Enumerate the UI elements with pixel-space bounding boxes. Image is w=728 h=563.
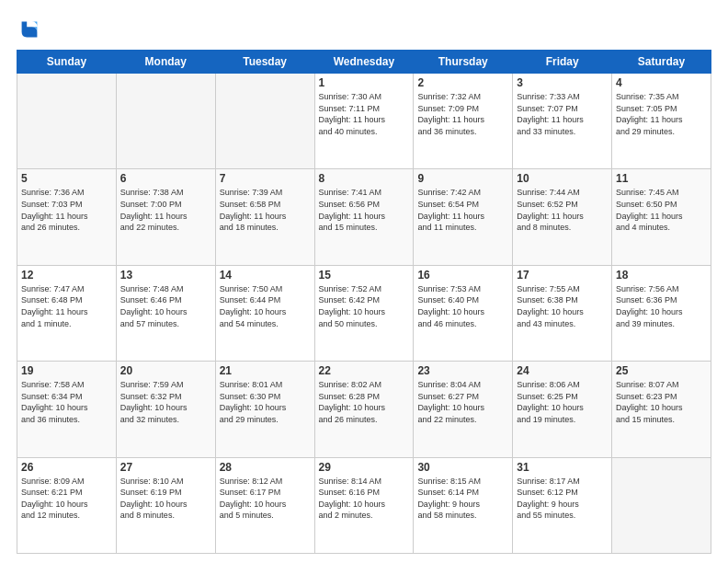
day-number: 2 — [417, 76, 508, 89]
day-number: 27 — [120, 461, 211, 474]
day-cell: 14Sunrise: 7:50 AM Sunset: 6:44 PM Dayli… — [215, 265, 314, 361]
week-row-2: 5Sunrise: 7:36 AM Sunset: 7:03 PM Daylig… — [17, 169, 711, 265]
day-number: 31 — [517, 461, 608, 474]
day-number: 10 — [517, 172, 608, 185]
day-cell: 3Sunrise: 7:33 AM Sunset: 7:07 PM Daylig… — [513, 74, 612, 169]
day-number: 23 — [417, 364, 508, 377]
day-cell: 30Sunrise: 8:15 AM Sunset: 6:14 PM Dayli… — [414, 457, 513, 553]
day-info: Sunrise: 7:35 AM Sunset: 7:05 PM Dayligh… — [616, 91, 707, 137]
day-info: Sunrise: 8:04 AM Sunset: 6:27 PM Dayligh… — [417, 379, 508, 425]
day-info: Sunrise: 8:02 AM Sunset: 6:28 PM Dayligh… — [319, 379, 410, 425]
day-number: 19 — [21, 364, 112, 377]
day-number: 28 — [220, 461, 311, 474]
day-info: Sunrise: 7:44 AM Sunset: 6:52 PM Dayligh… — [517, 187, 608, 233]
day-info: Sunrise: 8:09 AM Sunset: 6:21 PM Dayligh… — [21, 476, 112, 522]
day-info: Sunrise: 7:36 AM Sunset: 7:03 PM Dayligh… — [21, 187, 112, 233]
week-row-3: 12Sunrise: 7:47 AM Sunset: 6:48 PM Dayli… — [17, 265, 711, 361]
day-number: 7 — [220, 172, 311, 185]
day-info: Sunrise: 7:33 AM Sunset: 7:07 PM Dayligh… — [517, 91, 608, 137]
day-info: Sunrise: 7:39 AM Sunset: 6:58 PM Dayligh… — [220, 187, 311, 233]
day-info: Sunrise: 7:42 AM Sunset: 6:54 PM Dayligh… — [417, 187, 508, 233]
day-info: Sunrise: 7:50 AM Sunset: 6:44 PM Dayligh… — [220, 283, 311, 329]
day-number: 17 — [517, 269, 608, 282]
day-cell: 13Sunrise: 7:48 AM Sunset: 6:46 PM Dayli… — [116, 265, 215, 361]
day-info: Sunrise: 7:47 AM Sunset: 6:48 PM Dayligh… — [21, 283, 112, 329]
day-cell: 21Sunrise: 8:01 AM Sunset: 6:30 PM Dayli… — [215, 362, 314, 457]
day-number: 3 — [517, 76, 608, 89]
day-cell: 11Sunrise: 7:45 AM Sunset: 6:50 PM Dayli… — [612, 169, 711, 265]
day-cell: 22Sunrise: 8:02 AM Sunset: 6:28 PM Dayli… — [314, 362, 414, 457]
day-cell: 5Sunrise: 7:36 AM Sunset: 7:03 PM Daylig… — [17, 169, 117, 265]
day-number: 14 — [220, 269, 311, 282]
day-info: Sunrise: 8:15 AM Sunset: 6:14 PM Dayligh… — [417, 476, 508, 522]
day-cell — [116, 74, 215, 169]
day-cell: 16Sunrise: 7:53 AM Sunset: 6:40 PM Dayli… — [414, 265, 513, 361]
day-number: 26 — [21, 461, 112, 474]
day-number: 15 — [319, 269, 410, 282]
day-cell: 10Sunrise: 7:44 AM Sunset: 6:52 PM Dayli… — [513, 169, 612, 265]
day-cell: 2Sunrise: 7:32 AM Sunset: 7:09 PM Daylig… — [414, 74, 513, 169]
day-info: Sunrise: 8:14 AM Sunset: 6:16 PM Dayligh… — [319, 476, 410, 522]
day-cell: 29Sunrise: 8:14 AM Sunset: 6:16 PM Dayli… — [314, 457, 414, 553]
day-cell: 8Sunrise: 7:41 AM Sunset: 6:56 PM Daylig… — [314, 169, 414, 265]
day-info: Sunrise: 7:59 AM Sunset: 6:32 PM Dayligh… — [120, 379, 211, 425]
week-row-1: 1Sunrise: 7:30 AM Sunset: 7:11 PM Daylig… — [17, 74, 711, 169]
day-number: 5 — [21, 172, 112, 185]
weekday-sunday: Sunday — [17, 51, 117, 74]
weekday-tuesday: Tuesday — [215, 51, 314, 74]
day-cell: 26Sunrise: 8:09 AM Sunset: 6:21 PM Dayli… — [17, 457, 117, 553]
day-info: Sunrise: 8:06 AM Sunset: 6:25 PM Dayligh… — [517, 379, 608, 425]
weekday-saturday: Saturday — [612, 51, 711, 74]
day-info: Sunrise: 8:10 AM Sunset: 6:19 PM Dayligh… — [120, 476, 211, 522]
day-number: 24 — [517, 364, 608, 377]
day-cell: 6Sunrise: 7:38 AM Sunset: 7:00 PM Daylig… — [116, 169, 215, 265]
day-cell — [215, 74, 314, 169]
day-number: 8 — [319, 172, 410, 185]
day-cell: 25Sunrise: 8:07 AM Sunset: 6:23 PM Dayli… — [612, 362, 711, 457]
day-cell: 23Sunrise: 8:04 AM Sunset: 6:27 PM Dayli… — [414, 362, 513, 457]
weekday-thursday: Thursday — [414, 51, 513, 74]
calendar: SundayMondayTuesdayWednesdayThursdayFrid… — [17, 50, 711, 554]
weekday-monday: Monday — [116, 51, 215, 74]
day-number: 30 — [417, 461, 508, 474]
day-number: 4 — [616, 76, 707, 89]
day-cell: 9Sunrise: 7:42 AM Sunset: 6:54 PM Daylig… — [414, 169, 513, 265]
day-number: 6 — [120, 172, 211, 185]
day-cell: 7Sunrise: 7:39 AM Sunset: 6:58 PM Daylig… — [215, 169, 314, 265]
day-number: 22 — [319, 364, 410, 377]
day-number: 11 — [616, 172, 707, 185]
day-cell: 15Sunrise: 7:52 AM Sunset: 6:42 PM Dayli… — [314, 265, 414, 361]
day-cell: 24Sunrise: 8:06 AM Sunset: 6:25 PM Dayli… — [513, 362, 612, 457]
day-cell: 27Sunrise: 8:10 AM Sunset: 6:19 PM Dayli… — [116, 457, 215, 553]
weekday-wednesday: Wednesday — [314, 51, 414, 74]
day-number: 20 — [120, 364, 211, 377]
day-number: 1 — [319, 76, 410, 89]
day-info: Sunrise: 7:58 AM Sunset: 6:34 PM Dayligh… — [21, 379, 112, 425]
logo-icon — [17, 17, 42, 42]
day-cell — [17, 74, 117, 169]
day-info: Sunrise: 7:30 AM Sunset: 7:11 PM Dayligh… — [319, 91, 410, 137]
day-info: Sunrise: 7:41 AM Sunset: 6:56 PM Dayligh… — [319, 187, 410, 233]
day-info: Sunrise: 8:12 AM Sunset: 6:17 PM Dayligh… — [220, 476, 311, 522]
logo — [17, 17, 46, 42]
day-cell: 20Sunrise: 7:59 AM Sunset: 6:32 PM Dayli… — [116, 362, 215, 457]
weekday-header-row: SundayMondayTuesdayWednesdayThursdayFrid… — [17, 51, 711, 74]
day-number: 16 — [417, 269, 508, 282]
header — [17, 17, 711, 42]
day-info: Sunrise: 7:56 AM Sunset: 6:36 PM Dayligh… — [616, 283, 707, 329]
day-info: Sunrise: 7:48 AM Sunset: 6:46 PM Dayligh… — [120, 283, 211, 329]
day-info: Sunrise: 7:45 AM Sunset: 6:50 PM Dayligh… — [616, 187, 707, 233]
page: SundayMondayTuesdayWednesdayThursdayFrid… — [0, 0, 728, 563]
day-info: Sunrise: 8:07 AM Sunset: 6:23 PM Dayligh… — [616, 379, 707, 425]
day-info: Sunrise: 8:01 AM Sunset: 6:30 PM Dayligh… — [220, 379, 311, 425]
day-number: 9 — [417, 172, 508, 185]
day-cell: 18Sunrise: 7:56 AM Sunset: 6:36 PM Dayli… — [612, 265, 711, 361]
day-cell: 4Sunrise: 7:35 AM Sunset: 7:05 PM Daylig… — [612, 74, 711, 169]
day-cell: 12Sunrise: 7:47 AM Sunset: 6:48 PM Dayli… — [17, 265, 117, 361]
day-number: 13 — [120, 269, 211, 282]
day-cell: 17Sunrise: 7:55 AM Sunset: 6:38 PM Dayli… — [513, 265, 612, 361]
day-info: Sunrise: 7:32 AM Sunset: 7:09 PM Dayligh… — [417, 91, 508, 137]
day-info: Sunrise: 7:55 AM Sunset: 6:38 PM Dayligh… — [517, 283, 608, 329]
day-number: 21 — [220, 364, 311, 377]
day-cell: 31Sunrise: 8:17 AM Sunset: 6:12 PM Dayli… — [513, 457, 612, 553]
